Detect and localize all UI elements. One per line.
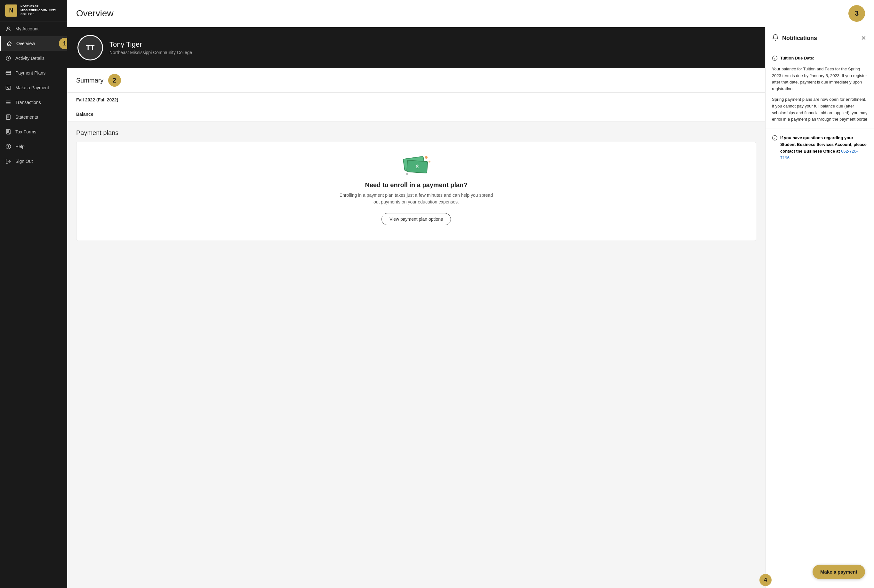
notifications-title: Notifications xyxy=(782,35,817,42)
list-icon xyxy=(5,99,12,106)
info-icon-1 xyxy=(772,56,778,63)
doc-icon xyxy=(5,114,12,120)
main-panel: TT Tony Tiger Northeast Mississippi Comm… xyxy=(67,27,765,588)
notifications-badge[interactable]: 3 xyxy=(848,5,865,22)
sidebar-item-make-payment[interactable]: Make a Payment xyxy=(0,80,67,95)
money-illustration xyxy=(404,158,429,175)
dot-decoration-1 xyxy=(425,156,428,159)
notification-tuition-text2: Spring payment plans are now open for en… xyxy=(772,96,868,123)
svg-rect-4 xyxy=(6,86,11,90)
bell-icon xyxy=(772,34,779,42)
summary-term-row: Fall 2022 (Fall 2022) xyxy=(67,93,765,107)
college-name: NORTHEAST MISSISSIPPI COMMUNITY COLLEGE xyxy=(21,5,62,16)
payment-plans-title: Payment plans xyxy=(76,129,756,136)
step-badge-1: 1 xyxy=(59,38,67,49)
payment-plans-section: Payment plans Need to enroll in a paymen… xyxy=(67,122,765,249)
logo-icon: N xyxy=(5,4,17,16)
summary-title: Summary xyxy=(76,77,104,84)
sidebar-item-make-payment-label: Make a Payment xyxy=(15,85,49,90)
make-payment-fab-button[interactable]: Make a payment xyxy=(812,565,865,579)
summary-term-label: Fall 2022 (Fall 2022) xyxy=(76,97,119,102)
logo-area: N NORTHEAST MISSISSIPPI COMMUNITY COLLEG… xyxy=(0,0,67,21)
sidebar-item-help[interactable]: Help xyxy=(0,139,67,154)
dot-decoration-2 xyxy=(406,173,408,175)
question-icon xyxy=(5,143,12,150)
bill-front xyxy=(406,160,428,173)
card-icon xyxy=(5,70,12,76)
svg-point-18 xyxy=(8,147,9,148)
avatar: TT xyxy=(77,35,103,60)
dot-decoration-3 xyxy=(428,160,431,162)
contact-text: If you have questions regarding your Stu… xyxy=(780,135,868,161)
sidebar-item-overview[interactable]: Overview 1 xyxy=(0,36,67,51)
content-area: TT Tony Tiger Northeast Mississippi Comm… xyxy=(67,27,874,588)
notification-tuition-text1: Your balance for Tuition and Fees for th… xyxy=(772,66,868,93)
sidebar-item-tax-forms-label: Tax Forms xyxy=(15,129,36,134)
enroll-title: Need to enroll in a payment plan? xyxy=(365,182,467,189)
signout-icon xyxy=(5,158,12,164)
sidebar-item-statements-label: Statements xyxy=(15,114,38,120)
notification-item-header: Tuition Due Date: xyxy=(772,55,868,63)
sidebar-item-activity-details[interactable]: Activity Details xyxy=(0,51,67,66)
summary-balance-label: Balance xyxy=(76,112,93,117)
sidebar-item-transactions-label: Transactions xyxy=(15,100,41,105)
payment-plans-card: Need to enroll in a payment plan? Enroll… xyxy=(76,142,756,241)
clock-icon xyxy=(5,55,12,62)
sidebar-item-payment-plans-label: Payment Plans xyxy=(15,70,45,75)
summary-section: Summary 2 Fall 2022 (Fall 2022) Balance xyxy=(67,68,765,122)
sidebar-item-transactions[interactable]: Transactions xyxy=(0,95,67,110)
summary-header: Summary 2 xyxy=(67,68,765,93)
main-wrapper: Overview 3 TT Tony Tiger Northeast Missi… xyxy=(67,0,874,588)
sidebar-item-sign-out[interactable]: Sign Out xyxy=(0,154,67,169)
home-icon xyxy=(6,40,12,47)
svg-point-5 xyxy=(8,87,9,88)
notifications-close-button[interactable]: ✕ xyxy=(860,33,868,43)
sidebar-item-activity-label: Activity Details xyxy=(15,56,45,61)
sidebar-item-help-label: Help xyxy=(15,144,25,149)
svg-rect-2 xyxy=(6,71,11,75)
info-icon-2 xyxy=(772,135,778,143)
sidebar-item-sign-out-label: Sign Out xyxy=(15,159,33,164)
notifications-header: Notifications ✕ xyxy=(766,27,874,49)
view-payment-plan-options-button[interactable]: View payment plan options xyxy=(381,213,451,225)
sidebar-item-overview-label: Overview xyxy=(17,41,35,46)
contact-item-header: If you have questions regarding your Stu… xyxy=(772,135,868,161)
user-name: Tony Tiger xyxy=(110,40,192,49)
step-badge-2: 2 xyxy=(108,74,121,87)
notification-item-tuition: Tuition Due Date: Your balance for Tuiti… xyxy=(766,49,874,129)
user-school: Northeast Mississippi Community College xyxy=(110,50,192,55)
notification-tuition-label: Tuition Due Date: xyxy=(780,55,814,62)
person-icon xyxy=(5,26,12,32)
sidebar-item-payment-plans[interactable]: Payment Plans xyxy=(0,66,67,80)
enroll-desc: Enrolling in a payment plan takes just a… xyxy=(336,192,496,206)
notifications-panel: Notifications ✕ Tuition Due Date: Your b… xyxy=(765,27,874,588)
taxdoc-icon xyxy=(5,129,12,135)
dollar-icon xyxy=(5,84,12,91)
user-info: Tony Tiger Northeast Mississippi Communi… xyxy=(110,40,192,55)
notifications-header-left: Notifications xyxy=(772,34,817,42)
notification-contact-item: If you have questions regarding your Stu… xyxy=(766,129,874,170)
page-title: Overview xyxy=(76,8,114,18)
sidebar-item-my-account-label: My Account xyxy=(15,26,38,32)
sidebar-item-statements[interactable]: Statements xyxy=(0,110,67,124)
svg-point-0 xyxy=(8,27,9,29)
sidebar-item-tax-forms[interactable]: Tax Forms xyxy=(0,124,67,139)
step-badge-4: 4 xyxy=(760,574,772,586)
sidebar-item-my-account[interactable]: My Account xyxy=(0,21,67,36)
user-header: TT Tony Tiger Northeast Mississippi Comm… xyxy=(67,27,765,68)
sidebar: N NORTHEAST MISSISSIPPI COMMUNITY COLLEG… xyxy=(0,0,67,588)
summary-balance-row: Balance xyxy=(67,107,765,122)
header: Overview 3 xyxy=(67,0,874,27)
